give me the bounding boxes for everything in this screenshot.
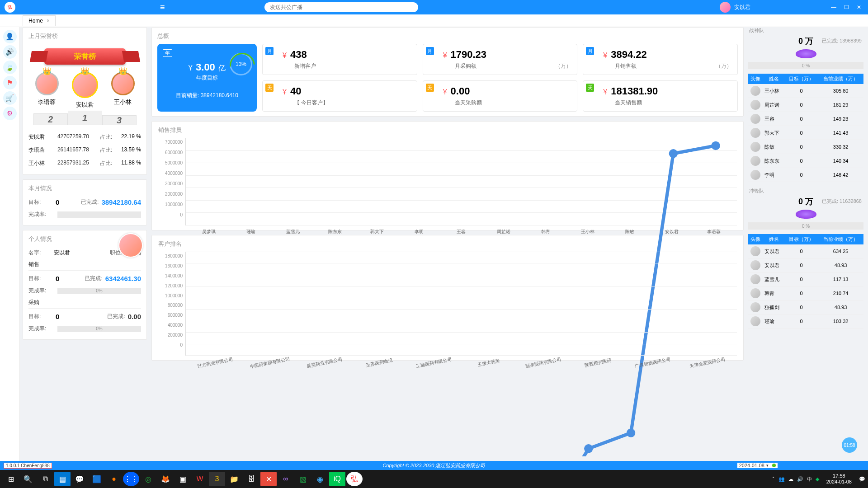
row-avatar <box>750 142 760 152</box>
team-row[interactable]: 陈敏0330.32 <box>748 140 863 154</box>
pers-sales-bar: 0% <box>57 288 141 294</box>
overview-stat-box: 月 ¥438 新增客户 <box>262 44 417 75</box>
honor-board-card: 上月荣誉榜 荣誉榜 👑 李语蓉 👑 安以君 <box>23 27 147 175</box>
taskbar-app-7[interactable]: 🦊 <box>157 472 174 486</box>
team-row[interactable]: 王容0149.23 <box>748 112 863 126</box>
taskbar-app-9[interactable]: W <box>192 472 208 486</box>
team-row[interactable]: 郭大下0141.43 <box>748 126 863 140</box>
pers-sales-done-lbl: 已完成: <box>85 275 102 282</box>
personal-card: 个人情况 名字: 安以君 职位: 销售员 销售 目标: 0 已完成: 63424… <box>23 230 147 340</box>
broadcast-input[interactable] <box>270 2 413 12</box>
taskbar-app-3[interactable]: 🟦 <box>89 472 105 486</box>
team-row[interactable]: 周芷诺0181.29 <box>748 98 863 112</box>
pers-sales-done: 6342461.30 <box>105 275 141 282</box>
task-view-icon[interactable]: ⧉ <box>37 472 53 486</box>
taskbar-app-12[interactable]: ✕ <box>260 472 277 486</box>
row-avatar <box>750 316 760 326</box>
sidebar-flag-icon[interactable]: ⚑ <box>3 76 17 89</box>
tray-people-icon[interactable]: 👥 <box>778 476 785 482</box>
team-row[interactable]: 王小林0305.80 <box>748 84 863 98</box>
taskbar-current-app[interactable]: 弘 <box>346 472 363 486</box>
rank1-name: 安以君 <box>76 101 94 109</box>
taskbar-app-1[interactable]: ▤ <box>54 472 71 486</box>
sidebar-sound-icon[interactable]: 🔊 <box>3 45 17 59</box>
taskbar-wechat-icon[interactable]: 💬 <box>71 472 88 486</box>
sidebar-user-icon[interactable]: 👤 <box>3 30 17 43</box>
taskbar-app-5[interactable]: ⋮⋮ <box>123 472 139 486</box>
honor-stat-row: 王小林22857931.25占比:11.88 % <box>28 157 141 170</box>
sidebar-gear-icon[interactable]: ⚙ <box>3 107 17 120</box>
taskbar-app-15[interactable]: ◉ <box>312 472 328 486</box>
overview-stat-box: 月 ¥3894.22 月销售额（万） <box>583 44 738 75</box>
pers-sales-target: 0 <box>56 275 59 282</box>
team-row[interactable]: 安以君048.93 <box>748 258 863 272</box>
tab-close-icon[interactable]: × <box>47 18 50 24</box>
sidebar-leaf-icon[interactable]: 🍃 <box>3 61 17 74</box>
row-avatar <box>750 100 760 110</box>
rank2-name: 李语蓉 <box>38 98 56 106</box>
taskbar-app-16[interactable]: iQ <box>329 472 345 486</box>
windows-taskbar: ⊞ 🔍 ⧉ ▤ 💬 🟦 ● ⋮⋮ ◎ 🦊 ▣ W 3 📁 🗄 ✕ ∞ ▧ ◉ i… <box>0 470 868 488</box>
tray-volume-icon[interactable]: 🔊 <box>797 476 803 482</box>
timer-badge: 01:58 <box>842 437 857 453</box>
taskbar-vs-icon[interactable]: ∞ <box>278 472 294 486</box>
tab-home[interactable]: Home × <box>23 15 56 26</box>
team-bot-table: 头像 姓名 目标（万） 当前业绩（万） 安以君0634.25安以君048.93蓝… <box>748 234 863 328</box>
hamburger-menu-icon[interactable]: ≡ <box>160 3 165 12</box>
user-chip[interactable]: 安以君 <box>720 2 750 13</box>
team-row[interactable]: 瑾瑜0103.32 <box>748 314 863 328</box>
year-badge: 年 <box>163 49 172 57</box>
period-tag: 月 <box>426 47 434 55</box>
team-row[interactable]: 蓝雪儿0117.13 <box>748 272 863 286</box>
sidebar-cart-icon[interactable]: 🛒 <box>3 91 17 105</box>
taskbar-app-14[interactable]: ▧ <box>295 472 311 486</box>
crown-icon: 👑 <box>80 67 90 75</box>
taskbar-app-10[interactable]: 3 <box>209 472 225 486</box>
tray-chevron-icon[interactable]: ˄ <box>772 476 775 482</box>
start-button[interactable]: ⊞ <box>3 472 19 486</box>
taskbar-folder-icon[interactable]: 📁 <box>226 472 242 486</box>
broadcast-search-input[interactable] <box>264 2 418 12</box>
taskbar-app-8[interactable]: ▣ <box>175 472 191 486</box>
team-badge-icon <box>796 210 816 219</box>
tray-cloud-icon[interactable]: ☁ <box>788 476 793 482</box>
copyright-label: Copyright © 2023-2030 湛江弘安药业有限公司 <box>383 462 486 469</box>
personal-avatar <box>118 233 143 258</box>
tray-shield-icon[interactable]: ◆ <box>816 476 819 482</box>
month-target-label: 目标: <box>28 198 54 206</box>
period-tag: 天 <box>265 84 274 92</box>
team-badge-icon <box>796 49 816 58</box>
customer-rank-chart-card: 客户排名 18000001600000140000012000001000000… <box>151 235 744 361</box>
user-name: 安以君 <box>734 4 750 11</box>
taskbar-clock[interactable]: 17:58 2024-01-08 <box>823 473 855 485</box>
team-row[interactable]: 安以君0634.25 <box>748 244 863 258</box>
system-tray[interactable]: ˄ 👥 ☁ 🔊 中 ◆ 17:58 2024-01-08 💬 <box>772 473 865 485</box>
team-row[interactable]: 韩青0210.74 <box>748 286 863 300</box>
footer-date[interactable]: 2024-01-08 ▾ <box>737 463 778 468</box>
rank1-avatar: 👑 <box>72 72 98 98</box>
search-icon[interactable]: 🔍 <box>20 472 36 486</box>
taskbar-app-4[interactable]: ● <box>106 472 122 486</box>
team-row[interactable]: 独孤剑048.93 <box>748 300 863 314</box>
pers-name-label: 名字: <box>28 249 54 257</box>
row-avatar <box>750 114 760 124</box>
tray-notification-icon[interactable]: 💬 <box>859 476 865 482</box>
nav-sidebar: 👤 🔊 🍃 ⚑ 🛒 ⚙ <box>0 27 20 461</box>
month-done-value: 38942180.64 <box>101 198 141 206</box>
app-logo: 弘 <box>5 2 15 13</box>
minimize-button[interactable]: — <box>827 1 840 14</box>
crown-icon: 👑 <box>42 67 52 75</box>
taskbar-db-icon[interactable]: 🗄 <box>243 472 259 486</box>
team-top-table: 头像 姓名 目标（万） 当前业绩（万） 王小林0305.80周芷诺0181.29… <box>748 74 863 182</box>
close-button[interactable]: ✕ <box>853 1 865 14</box>
tray-ime-icon[interactable]: 中 <box>807 476 812 483</box>
team-row[interactable]: 李明0148.42 <box>748 168 863 182</box>
period-tag: 天 <box>426 84 434 92</box>
row-avatar <box>750 86 760 96</box>
taskbar-app-6[interactable]: ◎ <box>140 472 156 486</box>
row-avatar <box>750 288 760 298</box>
month-rate-bar <box>57 211 141 218</box>
team-row[interactable]: 陈东东0140.34 <box>748 154 863 168</box>
chevron-down-icon: ▾ <box>766 463 769 468</box>
maximize-button[interactable]: ☐ <box>840 1 853 14</box>
